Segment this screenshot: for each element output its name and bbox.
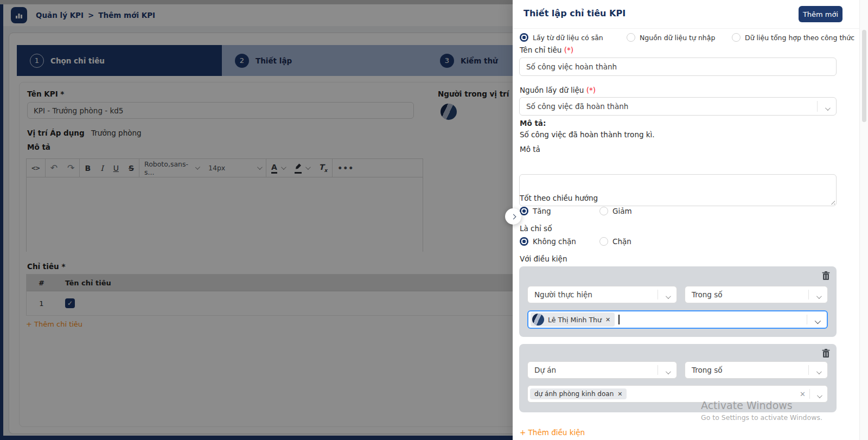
select-divider <box>658 290 658 299</box>
radio-unselected-icon <box>599 207 608 215</box>
condition-operator-value: Trong số <box>692 366 723 374</box>
tot-theo-chieu-huong-label: Tốt theo chiều hướng <box>520 194 598 202</box>
nguon-lay-du-lieu-select[interactable]: Số công việc đã hoàn thành <box>519 97 837 116</box>
mo-ta-info-value: Số công việc đã hoàn thành trong kì. <box>520 130 655 139</box>
condition-operator-select[interactable]: Trong số <box>685 286 828 303</box>
selected-value-chip: dự ánh phòng kinh doan ✕ <box>530 388 627 399</box>
radio-unselected-icon <box>599 237 608 246</box>
them-moi-button[interactable]: Thêm mới <box>799 6 843 22</box>
thiet-lap-chi-tieu-panel: Thiết lập chỉ tiêu KPI Thêm mới Lấy từ d… <box>513 0 868 440</box>
condition-field-value: Dự án <box>534 366 556 374</box>
chip-remove-icon[interactable]: ✕ <box>617 391 622 398</box>
drawer-mask[interactable] <box>0 0 513 440</box>
radio-unselected-icon <box>627 33 635 42</box>
chip-label: dự ánh phòng kinh doan <box>534 390 614 398</box>
condition-operator-select[interactable]: Trong số <box>685 361 828 379</box>
chevron-down-icon <box>815 318 821 324</box>
radio-nguon-du-lieu-tu-nhap[interactable]: Nguồn dữ liệu tự nhập <box>627 33 715 42</box>
resize-grip-icon[interactable] <box>829 199 835 205</box>
radio-selected-icon <box>520 237 528 246</box>
condition-values-multiselect[interactable]: Lê Thị Minh Thư ✕ <box>527 310 828 329</box>
scrollbar-thumb[interactable] <box>862 30 866 122</box>
text-cursor <box>618 315 620 324</box>
radio-chan[interactable]: Chặn <box>599 237 631 246</box>
la-chi-so-label: Là chỉ số <box>520 224 552 233</box>
select-divider <box>658 365 658 375</box>
select-divider <box>817 101 818 111</box>
condition-field-value: Người thực hiện <box>534 290 592 299</box>
radio-lay-tu-du-lieu-co-san[interactable]: Lấy từ dữ liệu có sẵn <box>520 33 603 42</box>
chevron-down-icon <box>816 294 822 299</box>
select-divider <box>808 365 809 375</box>
radio-du-lieu-tong-hop[interactable]: Dữ liệu tổng hợp theo công thức <box>732 33 854 42</box>
required-marker: (*) <box>586 86 596 94</box>
chevron-down-icon <box>816 369 822 374</box>
delete-condition-button[interactable] <box>822 349 830 360</box>
radio-khong-chan[interactable]: Không chặn <box>520 237 576 246</box>
chip-label: Lê Thị Minh Thư <box>548 316 602 324</box>
delete-condition-button[interactable] <box>822 271 830 282</box>
radio-tang[interactable]: Tăng <box>520 207 551 215</box>
select-divider <box>807 315 807 324</box>
panel-scrollbar[interactable] <box>859 0 868 440</box>
panel-title: Thiết lập chỉ tiêu KPI <box>524 8 626 18</box>
radio-unselected-icon <box>732 33 741 42</box>
required-marker: (*) <box>564 46 573 54</box>
nguon-lay-du-lieu-value: Số công việc đã hoàn thành <box>526 102 628 111</box>
chip-avatar <box>532 314 544 326</box>
condition-operator-value: Trong số <box>692 290 723 299</box>
chevron-down-icon <box>666 294 671 299</box>
radio-selected-icon <box>520 33 528 42</box>
ten-chi-tieu-label: Tên chỉ tiêu (*) <box>520 46 573 54</box>
condition-card-1: Người thực hiện Trong số Lê Thị Minh Thư… <box>519 266 837 337</box>
chip-remove-icon[interactable]: ✕ <box>605 316 610 323</box>
trash-icon <box>822 271 830 280</box>
chevron-down-icon <box>666 369 671 374</box>
mo-ta-panel-label: Mô tả <box>520 145 540 154</box>
activate-windows-watermark: Activate Windows <box>701 399 793 411</box>
nguon-lay-du-lieu-label: Nguồn lấy dữ liệu (*) <box>520 86 596 94</box>
trash-icon <box>822 349 830 358</box>
chevron-right-icon <box>510 214 516 219</box>
ten-chi-tieu-input[interactable] <box>519 58 837 76</box>
add-condition-link[interactable]: + Thêm điều kiện <box>520 428 585 437</box>
select-divider <box>809 389 810 399</box>
selected-value-chip: Lê Thị Minh Thư ✕ <box>531 313 615 327</box>
activate-windows-subtext: Go to Settings to activate Windows. <box>701 413 822 422</box>
condition-field-select[interactable]: Người thực hiện <box>527 286 677 303</box>
panel-header-divider <box>513 28 868 29</box>
voi-dieu-kien-label: Với điều kiện <box>520 254 567 263</box>
condition-field-select[interactable]: Dự án <box>527 361 677 379</box>
radio-giam[interactable]: Giảm <box>599 207 632 215</box>
select-divider <box>808 290 809 299</box>
panel-collapse-button[interactable] <box>505 208 521 225</box>
screen: Quản lý KPI > Thêm mới KPI 1 Chọn chỉ ti… <box>0 0 868 440</box>
mo-ta-info-label: Mô tả: <box>520 119 546 127</box>
clear-all-icon[interactable]: ✕ <box>800 390 806 398</box>
chevron-down-icon <box>817 393 822 398</box>
chevron-down-icon <box>825 105 831 111</box>
